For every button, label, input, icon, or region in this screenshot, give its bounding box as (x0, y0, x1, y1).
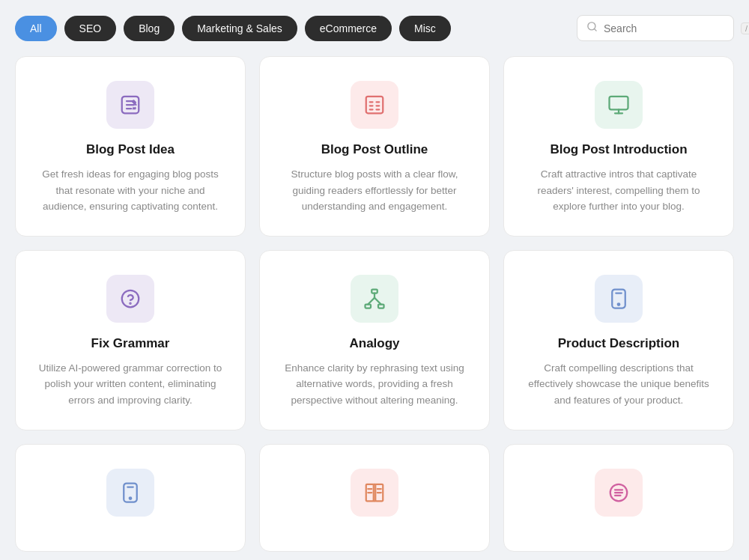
search-input[interactable] (604, 22, 735, 34)
card-icon-wrapper (106, 469, 154, 517)
book-icon (363, 481, 386, 504)
card-icon-wrapper (595, 275, 643, 323)
filter-blog[interactable]: Blog (124, 16, 175, 41)
svg-line-1 (594, 28, 596, 31)
card-blog-post-intro[interactable]: Blog Post Introduction Craft attractive … (503, 56, 734, 237)
card-title: Blog Post Introduction (550, 142, 687, 157)
svg-rect-4 (366, 97, 383, 114)
card-title: Analogy (349, 336, 399, 351)
card-blog-post-idea[interactable]: Blog Post Idea Get fresh ideas for engag… (15, 56, 246, 237)
filter-all[interactable]: All (15, 16, 57, 41)
question-icon (119, 287, 142, 310)
card-desc: Utilize AI-powered grammar correction to… (34, 360, 227, 409)
card-desc: Craft attractive intros that captivate r… (522, 166, 715, 215)
network-icon (363, 287, 386, 310)
filter-misc[interactable]: Misc (399, 16, 451, 41)
card-icon-wrapper (106, 81, 154, 129)
card-desc: Enhance clarity by rephrasing text using… (278, 360, 471, 409)
svg-point-15 (130, 302, 130, 303)
card-partial-3[interactable] (503, 444, 734, 552)
card-icon-wrapper (106, 275, 154, 323)
phone-icon-2 (119, 481, 142, 504)
monitor-icon (607, 94, 630, 116)
svg-line-20 (368, 298, 374, 305)
filter-marketing[interactable]: Marketing & Sales (182, 16, 297, 41)
card-partial-1[interactable] (15, 444, 246, 552)
cards-grid: Blog Post Idea Get fresh ideas for engag… (15, 56, 734, 552)
svg-point-23 (618, 303, 620, 305)
filter-seo[interactable]: SEO (64, 16, 117, 41)
list-icon (363, 94, 386, 116)
card-desc: Get fresh ideas for engaging blog posts … (34, 166, 227, 215)
svg-point-26 (130, 497, 132, 499)
card-icon-wrapper (351, 275, 398, 323)
svg-rect-11 (610, 97, 628, 110)
card-analogy[interactable]: Analogy Enhance clarity by rephrasing te… (259, 250, 490, 430)
card-title: Fix Grammar (91, 336, 170, 351)
edit-icon (119, 94, 142, 116)
card-partial-2[interactable] (259, 444, 490, 552)
card-icon-wrapper (595, 469, 643, 517)
card-blog-post-outline[interactable]: Blog Post Outline Structure blog posts w… (259, 56, 490, 237)
card-product-description[interactable]: Product Description Craft compelling des… (503, 250, 734, 430)
card-title: Blog Post Outline (321, 142, 428, 157)
card-icon-wrapper (351, 469, 398, 517)
card-desc: Craft compelling descriptions that effec… (522, 360, 715, 409)
card-fix-grammar[interactable]: Fix Grammar Utilize AI-powered grammar c… (15, 250, 246, 430)
card-desc: Structure blog posts with a clear flow, … (278, 166, 471, 215)
search-shortcut: / (741, 22, 749, 34)
svg-line-21 (374, 298, 381, 305)
list-circle-icon (607, 481, 630, 504)
search-icon (586, 21, 598, 35)
filter-ecommerce[interactable]: eCommerce (305, 16, 392, 41)
filter-bar: All SEO Blog Marketing & Sales eCommerce… (15, 15, 734, 41)
phone-icon (607, 287, 630, 310)
card-title: Blog Post Idea (86, 142, 175, 157)
search-container: / (577, 15, 734, 41)
card-icon-wrapper (351, 81, 398, 129)
card-icon-wrapper (595, 81, 643, 129)
card-title: Product Description (558, 336, 679, 351)
